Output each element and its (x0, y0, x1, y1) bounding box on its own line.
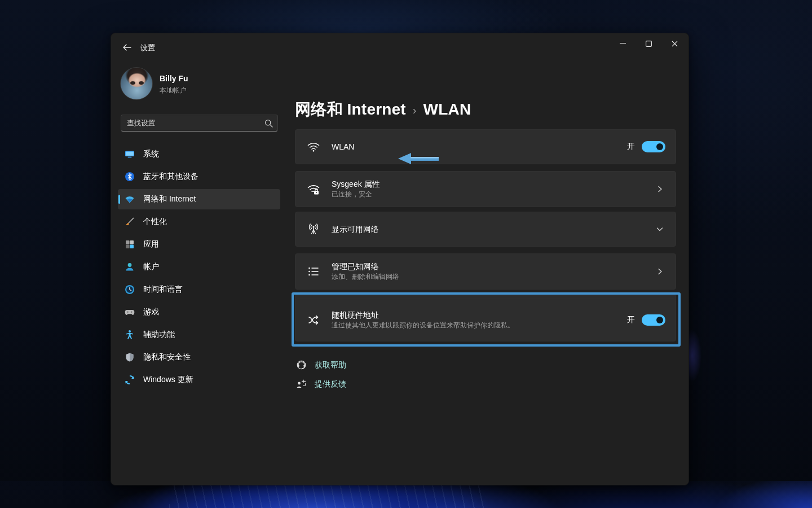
sidebar-item-accessibility[interactable]: 辅助功能 (118, 325, 280, 345)
wlan-toggle[interactable] (642, 141, 665, 152)
sidebar-item-windows-update[interactable]: Windows 更新 (118, 370, 280, 390)
get-help-label: 获取帮助 (315, 360, 346, 370)
main-content: 网络和 Internet › WLAN WLAN 开 (295, 33, 676, 485)
card-title: 管理已知网络 (332, 261, 654, 272)
sidebar-item-label: 个性化 (143, 217, 167, 227)
shuffle-icon (307, 313, 320, 327)
sidebar-item-system[interactable]: 系统 (118, 144, 280, 164)
accounts-icon (125, 262, 135, 272)
sidebar-item-bluetooth[interactable]: 蓝牙和其他设备 (118, 167, 280, 187)
card-subtitle: 添加、删除和编辑网络 (332, 272, 654, 282)
sidebar-item-label: 应用 (143, 239, 159, 249)
search-icon (264, 119, 273, 128)
get-help-link[interactable]: 获取帮助 (296, 360, 346, 370)
toggle-state-label: 开 (627, 315, 635, 325)
sidebar-item-label: 蓝牙和其他设备 (143, 172, 198, 182)
random-hardware-address-card: 随机硬件地址 通过使其他人更难以跟踪你的设备位置来帮助保护你的隐私。 开 (295, 299, 676, 341)
give-feedback-label: 提供反馈 (315, 379, 346, 389)
sidebar-item-label: 时间和语言 (143, 284, 183, 295)
page-title: WLAN (423, 100, 471, 119)
sidebar-item-gaming[interactable]: 游戏 (118, 302, 280, 322)
sidebar-item-time-language[interactable]: 时间和语言 (118, 279, 280, 300)
back-arrow-icon (122, 44, 131, 51)
card-title: Sysgeek 属性 (332, 179, 654, 190)
card-subtitle: 通过使其他人更难以跟踪你的设备位置来帮助保护你的隐私。 (332, 321, 627, 330)
apps-icon (125, 239, 135, 249)
list-icon (307, 265, 320, 278)
manage-networks-card[interactable]: 管理已知网络 添加、删除和编辑网络 (295, 253, 676, 290)
search-input[interactable] (127, 115, 257, 131)
sidebar-item-network[interactable]: 网络和 Internet (118, 189, 280, 209)
settings-window: 设置 Billy Fu 本地帐户 (111, 33, 689, 485)
breadcrumb-separator-icon: › (413, 103, 417, 117)
user-avatar[interactable] (120, 67, 153, 100)
feedback-icon (296, 379, 307, 389)
sidebar-item-personalization[interactable]: 个性化 (118, 212, 280, 232)
card-subtitle: 已连接，安全 (332, 190, 654, 199)
privacy-icon (125, 352, 135, 362)
system-icon (125, 149, 135, 159)
antenna-icon (307, 222, 320, 236)
sidebar-item-label: 游戏 (143, 307, 159, 317)
show-networks-card[interactable]: 显示可用网络 (295, 212, 676, 247)
app-title: 设置 (140, 43, 155, 53)
sidebar-nav: 系统 蓝牙和其他设备 网络和 Internet 个性化 (118, 144, 280, 392)
give-feedback-link[interactable]: 提供反馈 (296, 379, 346, 389)
card-title: 随机硬件地址 (332, 310, 627, 321)
headset-icon (296, 360, 307, 370)
connected-network-card[interactable]: Sysgeek 属性 已连接，安全 (295, 171, 676, 207)
gaming-icon (125, 307, 135, 317)
card-title: WLAN (332, 142, 627, 152)
personalization-icon (125, 217, 135, 227)
sidebar-item-accounts[interactable]: 帐户 (118, 257, 280, 277)
breadcrumb-parent[interactable]: 网络和 Internet (295, 99, 406, 120)
bluetooth-icon (125, 172, 135, 182)
wifi-lock-icon (307, 182, 320, 196)
search-box[interactable] (121, 115, 278, 132)
time-language-icon (125, 284, 135, 295)
wifi-icon (307, 140, 320, 154)
user-name: Billy Fu (160, 74, 188, 83)
windows-update-icon (125, 375, 135, 385)
desktop-background: 设置 Billy Fu 本地帐户 (0, 0, 812, 508)
sidebar-item-privacy[interactable]: 隐私和安全性 (118, 347, 280, 367)
sidebar-item-label: 隐私和安全性 (143, 352, 191, 362)
wlan-toggle-card: WLAN 开 (295, 129, 676, 164)
sidebar-item-label: 帐户 (143, 262, 159, 272)
chevron-right-icon (654, 266, 665, 277)
user-account-type: 本地帐户 (160, 86, 187, 95)
breadcrumb: 网络和 Internet › WLAN (295, 99, 471, 120)
sidebar-item-label: Windows 更新 (143, 375, 193, 385)
chevron-down-icon (654, 224, 665, 235)
sidebar-item-apps[interactable]: 应用 (118, 234, 280, 255)
network-icon (125, 194, 135, 204)
sidebar-item-label: 网络和 Internet (143, 194, 196, 204)
toggle-knob (656, 143, 663, 150)
sidebar-item-label: 系统 (143, 149, 159, 159)
back-button[interactable] (118, 41, 136, 54)
sidebar-item-label: 辅助功能 (143, 330, 175, 340)
toggle-knob (656, 317, 663, 323)
toggle-state-label: 开 (627, 142, 635, 152)
card-title: 显示可用网络 (332, 224, 654, 235)
random-mac-toggle[interactable] (642, 314, 665, 326)
chevron-right-icon (654, 183, 665, 195)
accessibility-icon (125, 330, 135, 340)
